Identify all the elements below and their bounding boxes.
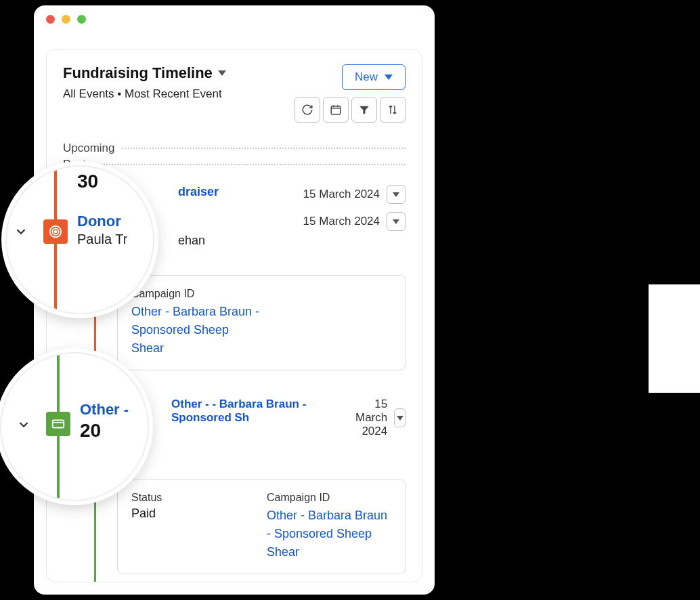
calendar-button[interactable] <box>323 97 349 123</box>
lens-title[interactable]: Other - <box>80 401 145 419</box>
item-menu-button[interactable] <box>387 212 406 231</box>
page-title: Fundraising Timeline <box>63 64 213 82</box>
timeline-item-date: 15 March 2024 <box>303 188 380 201</box>
minimize-window-icon[interactable] <box>62 15 70 24</box>
maximize-window-icon[interactable] <box>77 15 86 24</box>
title-dropdown-icon[interactable] <box>218 70 226 76</box>
item-menu-button[interactable] <box>394 408 406 427</box>
credit-card-icon <box>46 412 70 436</box>
zoom-lens-payment: Other - 20 <box>0 352 149 501</box>
svg-point-3 <box>55 231 57 233</box>
timeline-item-details: Campaign ID Other - Barbara Braun - Spon… <box>117 275 406 370</box>
svg-rect-0 <box>331 106 341 114</box>
sort-button[interactable] <box>380 97 406 123</box>
close-window-icon[interactable] <box>46 15 55 24</box>
timeline-item-details: Status Paid Campaign ID Other - Barbara … <box>117 479 406 574</box>
decorative-panel <box>649 284 700 393</box>
new-dropdown-icon <box>385 74 393 80</box>
target-icon <box>43 219 68 244</box>
toolbar <box>294 97 406 123</box>
refresh-button[interactable] <box>294 97 320 123</box>
timeline-card: Fundraising Timeline All Events • Most R… <box>46 49 422 582</box>
campaign-link[interactable]: Other - Barbara Braun - Sponsored Sheep … <box>131 303 260 358</box>
zoom-lens-donor: 30 Donor Paula Tr <box>5 165 154 314</box>
campaign-link[interactable]: Other - Barbara Braun - Sponsored Sheep … <box>267 507 391 561</box>
lens-subtitle: Paula Tr <box>77 232 150 247</box>
field-label-status: Status <box>131 492 240 504</box>
timeline-item-date: 15 March 2024 <box>303 215 380 228</box>
filter-button[interactable] <box>351 97 377 123</box>
new-button-label: New <box>355 70 378 84</box>
field-label-campaign-id: Campaign ID <box>267 492 391 504</box>
item-menu-button[interactable] <box>387 185 406 204</box>
new-button[interactable]: New <box>342 64 406 90</box>
upcoming-label: Upcoming <box>63 142 115 155</box>
timeline-item-title[interactable]: Other - - Barbara Braun - Sponsored Sh <box>171 398 338 425</box>
svg-rect-4 <box>53 421 64 428</box>
chevron-down-icon[interactable] <box>16 417 31 432</box>
field-label-campaign-id: Campaign ID <box>131 288 260 300</box>
page-subtitle: All Events • Most Recent Event <box>63 87 226 101</box>
field-value-status: Paid <box>131 507 240 521</box>
lens-amount: 20 <box>80 420 145 442</box>
chevron-down-icon[interactable] <box>14 224 28 239</box>
titlebar <box>34 5 435 33</box>
lens-title[interactable]: Donor <box>77 213 150 230</box>
divider <box>122 148 406 149</box>
divider <box>93 164 406 165</box>
timeline-item-date: 15 March 2024 <box>344 398 387 438</box>
